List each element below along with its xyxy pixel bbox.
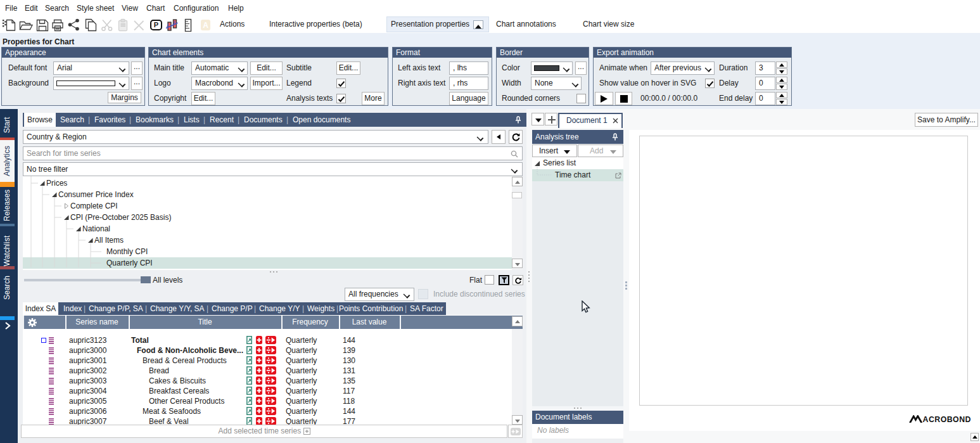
svg-text:A: A (203, 21, 208, 30)
svg-text:ACROBOND: ACROBOND (923, 415, 971, 423)
